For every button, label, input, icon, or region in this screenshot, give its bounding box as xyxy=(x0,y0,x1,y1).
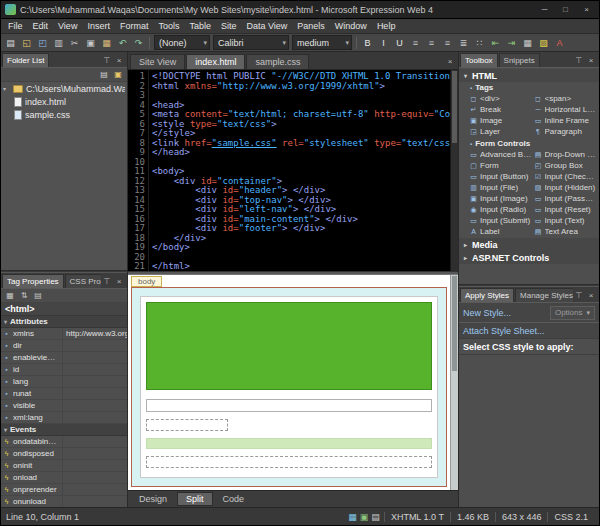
tab-tag-properties[interactable]: Tag Properties xyxy=(2,274,64,288)
design-scrollbar[interactable] xyxy=(450,275,458,490)
property-row-xml-lang[interactable]: ▪xml:lang xyxy=(1,412,127,424)
folder-tree[interactable]: ▾C:\Users\Muhammad.Waqas\Documents\My We… xyxy=(1,82,127,270)
menu-item-edit[interactable]: Edit xyxy=(28,21,54,31)
toolbox-item-inline-frame[interactable]: ▭Inline Frame xyxy=(534,115,599,126)
property-row-visible[interactable]: ▪visible xyxy=(1,400,127,412)
file-item-sample-css[interactable]: sample.css xyxy=(1,108,127,121)
menu-item-insert[interactable]: Insert xyxy=(82,21,115,31)
toolbox-section-asp-net-controls[interactable]: ▸ASP.NET Controls xyxy=(459,251,599,264)
property-row-xmlns[interactable]: ▪xmlnshttp://www.w3.org/1999/xhtml xyxy=(1,328,127,340)
scrollbar-thumb[interactable] xyxy=(452,71,457,143)
menu-item-window[interactable]: Window xyxy=(330,21,372,31)
design-pane[interactable]: body xyxy=(128,275,458,490)
close-icon[interactable]: × xyxy=(113,54,125,66)
design-main-content-box[interactable] xyxy=(146,438,432,449)
toolbox-item-paragraph[interactable]: ¶Paragraph xyxy=(534,126,599,137)
property-row-id[interactable]: ▪id xyxy=(1,364,127,376)
menu-item-view[interactable]: View xyxy=(53,21,82,31)
new-style-link[interactable]: New Style... xyxy=(463,308,511,318)
attach-style-sheet-link[interactable]: Attach Style Sheet... xyxy=(463,326,545,336)
bullet-list-icon[interactable]: ∷ xyxy=(472,35,487,50)
design-top-nav-box[interactable] xyxy=(146,399,432,412)
toolbox-group-form-controls[interactable]: ▪Form Controls xyxy=(459,138,599,149)
borders-icon[interactable]: ▦ xyxy=(520,35,535,50)
new-page-icon[interactable]: ▤ xyxy=(98,69,110,81)
property-row-runat[interactable]: ▪runat xyxy=(1,388,127,400)
highlight-icon[interactable]: ▨ xyxy=(536,35,551,50)
folder-root-item[interactable]: ▾C:\Users\Muhammad.Waqas\Documents\My We… xyxy=(1,82,127,95)
code-pane[interactable]: 123456789101112131415161718192021 <!DOCT… xyxy=(128,70,458,271)
design-header-box[interactable] xyxy=(146,302,432,390)
toolbox-item-span[interactable]: ◻<span> xyxy=(534,93,599,104)
options-button[interactable]: Options▾ xyxy=(550,306,595,320)
design-left-nav-box[interactable] xyxy=(146,419,228,431)
toolbox-section-html[interactable]: ▾HTML xyxy=(459,69,599,82)
property-row-onprerender[interactable]: ϟonprerender xyxy=(1,484,127,496)
toolbox-item-horizontal-line[interactable]: ─Horizontal Line xyxy=(534,104,599,115)
section-attributes[interactable]: ▾Attributes xyxy=(1,316,127,328)
style-dropdown[interactable]: (None)▾ xyxy=(154,35,210,50)
design-page[interactable] xyxy=(131,287,447,487)
alphabetical-icon[interactable]: ⇅ xyxy=(18,290,30,302)
toolbox-item-input-image[interactable]: ▣Input (Image) xyxy=(469,193,534,204)
close-icon[interactable]: × xyxy=(585,54,597,66)
view-tab-split[interactable]: Split xyxy=(177,492,213,506)
set-properties-top-icon[interactable]: ▤ xyxy=(32,290,44,302)
tab-manage-styles[interactable]: Manage Styles xyxy=(515,288,573,302)
folder-list-title[interactable]: Folder List xyxy=(2,53,49,67)
property-row-lang[interactable]: ▪lang xyxy=(1,376,127,388)
pin-icon[interactable]: ⊤ xyxy=(101,275,113,287)
copy-icon[interactable]: ▣ xyxy=(83,35,98,50)
tab-apply-styles[interactable]: Apply Styles xyxy=(460,288,514,302)
pin-icon[interactable]: ⊤ xyxy=(573,289,585,301)
bold-icon[interactable]: B xyxy=(360,35,375,50)
outdent-icon[interactable]: ⇤ xyxy=(488,35,503,50)
cut-icon[interactable]: ✂ xyxy=(67,35,82,50)
toolbox-item-input-checkbox[interactable]: ☑Input (Checkbox) xyxy=(534,171,599,182)
menu-item-file[interactable]: File xyxy=(3,21,28,31)
font-dropdown[interactable]: Calibri▾ xyxy=(213,35,289,50)
toolbox-item-input-button[interactable]: ▭Input (Button) xyxy=(469,171,534,182)
design-footer-box[interactable] xyxy=(146,456,432,468)
underline-icon[interactable]: U xyxy=(392,35,407,50)
style-application-icon[interactable]: ▣ xyxy=(360,512,369,522)
size-dropdown[interactable]: medium▾ xyxy=(292,35,352,50)
toolbox-item-form[interactable]: ▢Form xyxy=(469,160,534,171)
menu-item-data-view[interactable]: Data View xyxy=(241,21,292,31)
toolbox-item-break[interactable]: ↵Break xyxy=(469,104,534,115)
pin-icon[interactable]: ⊤ xyxy=(573,54,585,66)
close-icon[interactable]: × xyxy=(585,289,597,301)
paste-icon[interactable]: ▦ xyxy=(99,35,114,50)
property-row-ondisposed[interactable]: ϟondisposed xyxy=(1,448,127,460)
italic-icon[interactable]: I xyxy=(376,35,391,50)
scrollbar-thumb[interactable] xyxy=(452,276,457,371)
menu-item-site[interactable]: Site xyxy=(216,21,242,31)
print-icon[interactable]: ▥ xyxy=(51,35,66,50)
numbered-list-icon[interactable]: ≣ xyxy=(456,35,471,50)
toolbox-item-group-box[interactable]: ◰Group Box xyxy=(534,160,599,171)
menu-item-help[interactable]: Help xyxy=(372,21,401,31)
undo-icon[interactable]: ↶ xyxy=(115,35,130,50)
categorized-icon[interactable]: ▦ xyxy=(4,290,16,302)
save-icon[interactable]: ◰ xyxy=(35,35,50,50)
toolbox-item-input-submit[interactable]: ▭Input (Submit) xyxy=(469,215,534,226)
menu-item-table[interactable]: Table xyxy=(184,21,216,31)
property-row-ondatabinding[interactable]: ϟondatabinding xyxy=(1,436,127,448)
section-events[interactable]: ▾Events xyxy=(1,424,127,436)
align-right-icon[interactable]: ≡ xyxy=(440,35,455,50)
menu-item-panels[interactable]: Panels xyxy=(292,21,330,31)
close-button[interactable]: × xyxy=(578,3,595,16)
toolbox-section-media[interactable]: ▸Media xyxy=(459,238,599,251)
align-left-icon[interactable]: ≡ xyxy=(408,35,423,50)
indent-icon[interactable]: ⇥ xyxy=(504,35,519,50)
minimize-button[interactable]: ─ xyxy=(536,3,553,16)
close-document-icon[interactable]: × xyxy=(444,56,456,68)
align-center-icon[interactable]: ≡ xyxy=(424,35,439,50)
close-icon[interactable]: × xyxy=(113,275,125,287)
tab-snippets[interactable]: Snippets xyxy=(499,53,540,67)
view-tab-code[interactable]: Code xyxy=(214,492,254,506)
toolbox-item-layer[interactable]: ◲Layer xyxy=(469,126,534,137)
open-icon[interactable]: ◱ xyxy=(19,35,34,50)
menu-item-format[interactable]: Format xyxy=(115,21,154,31)
toolbox-item-input-file[interactable]: ▥Input (File) xyxy=(469,182,534,193)
